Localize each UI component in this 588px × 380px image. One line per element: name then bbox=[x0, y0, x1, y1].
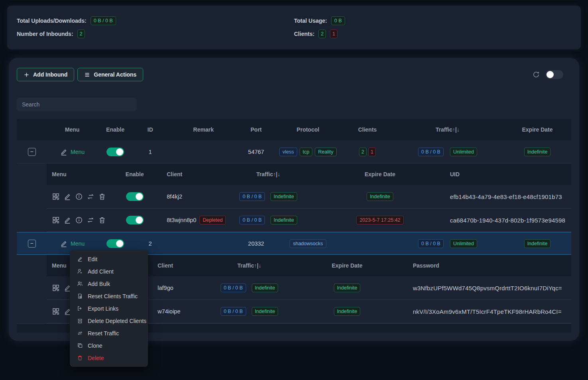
client-traffic-limit-tag: Indefinite bbox=[252, 307, 278, 316]
stat-number-of-inbounds: Number of Inbounds: 2 bbox=[17, 29, 294, 39]
traffic-limit-tag: Unlimited bbox=[450, 148, 477, 156]
toolbar: Add Inbound General Actions bbox=[17, 68, 571, 81]
dark-mode-toggle[interactable] bbox=[546, 70, 563, 79]
traffic-tag: 0 B / 0 B bbox=[418, 239, 444, 248]
client-enable-toggle[interactable] bbox=[126, 216, 144, 224]
menu-lines-icon bbox=[84, 72, 90, 78]
reset-traffic-icon[interactable] bbox=[87, 216, 95, 224]
menu-item-label: Reset Clients Traffic bbox=[88, 293, 138, 299]
header-client-enable: Enable bbox=[118, 171, 152, 177]
collapse-row-button[interactable]: − bbox=[28, 240, 36, 248]
client-traffic-tag: 0 B / 0 B bbox=[221, 307, 246, 316]
inbound-id: 2 bbox=[133, 240, 168, 247]
copy-icon bbox=[77, 343, 83, 348]
stat-total-usage: Total Usage: 0 B bbox=[294, 16, 571, 26]
refresh-icon[interactable] bbox=[532, 71, 540, 79]
inbound-menu-label: Menu bbox=[71, 240, 85, 247]
edit-icon bbox=[77, 256, 83, 262]
header-remark: Remark bbox=[168, 126, 239, 133]
export-icon bbox=[77, 305, 83, 311]
search-input[interactable] bbox=[17, 98, 136, 111]
edit-client-icon[interactable] bbox=[63, 193, 71, 201]
header-menu: Menu bbox=[47, 126, 98, 133]
menu-item-label: Export Links bbox=[88, 305, 118, 312]
info-icon[interactable] bbox=[75, 193, 83, 201]
client-name: 8f4kj2 bbox=[152, 193, 221, 200]
usage-value-tag: 0 B bbox=[331, 16, 345, 25]
clients-depleted-count-tag: 1 bbox=[368, 148, 376, 156]
qrcode-icon[interactable] bbox=[52, 216, 60, 224]
menu-item-export-links[interactable]: Export Links bbox=[70, 302, 148, 315]
inbounds-table-header: Menu Enable ID Remark Port Protocol Clie… bbox=[17, 119, 571, 140]
inbound-enable-toggle[interactable] bbox=[107, 148, 124, 156]
delete-client-icon[interactable] bbox=[98, 216, 106, 224]
qrcode-icon[interactable] bbox=[52, 193, 60, 201]
menu-item-label: Reset Traffic bbox=[88, 330, 119, 337]
menu-item-label: Add Bulk bbox=[88, 281, 110, 287]
client-traffic-tag: 0 B / 0 B bbox=[239, 216, 265, 224]
menu-item-label: Add Client bbox=[88, 268, 114, 275]
client-expire-tag: Indefinite bbox=[334, 307, 361, 316]
menu-item-label: Edit bbox=[88, 256, 97, 262]
vless-clients-header: Menu Enable Client Traffic↑|↓ Expire Dat… bbox=[47, 163, 571, 185]
qrcode-icon[interactable] bbox=[52, 284, 60, 292]
client-traffic-tag: 0 B / 0 B bbox=[221, 284, 246, 292]
inbounds-count-tag: 2 bbox=[77, 30, 85, 38]
menu-item-clone[interactable]: Clone bbox=[70, 339, 148, 352]
traffic-limit-tag: Unlimited bbox=[450, 239, 477, 248]
reset-traffic-icon[interactable] bbox=[87, 193, 95, 201]
header-id: ID bbox=[133, 126, 168, 133]
header-protocol: Protocol bbox=[273, 126, 343, 133]
header-client-expire: Expire Date bbox=[291, 262, 403, 269]
inbound-row-vless: − Menu 1 54767 vless tcp Reality 2 1 bbox=[17, 140, 571, 163]
plus-icon bbox=[24, 72, 30, 78]
client-name: 8t3wjnn8p0 bbox=[167, 217, 196, 223]
clients-label: Clients: bbox=[294, 31, 314, 37]
delete-client-icon[interactable] bbox=[98, 193, 106, 201]
header-client-traffic-sort[interactable]: Traffic↑|↓ bbox=[207, 262, 291, 269]
menu-item-reset-clients-traffic[interactable]: Reset Clients Traffic bbox=[70, 290, 148, 302]
inbound-menu-trigger[interactable]: Menu bbox=[60, 240, 85, 248]
client-password: w3NfbzUPf5WWd745Q8pvsmQrdrttT2IO6knuI7Di… bbox=[403, 285, 571, 291]
inbound-context-menu: Edit Add Client Add Bulk Reset Clients T… bbox=[70, 250, 148, 367]
menu-item-delete[interactable]: Delete bbox=[70, 352, 148, 364]
header-traffic-sort[interactable]: Traffic↑|↓ bbox=[392, 126, 503, 133]
inbound-enable-toggle[interactable] bbox=[107, 239, 124, 248]
add-inbound-button[interactable]: Add Inbound bbox=[17, 68, 74, 81]
client-traffic-limit-tag: Indefinite bbox=[252, 284, 278, 292]
inbounds-count-label: Number of Inbounds: bbox=[17, 31, 73, 37]
menu-item-delete-depleted-clients[interactable]: Delete Depleted Clients bbox=[70, 315, 148, 327]
header-expire-date: Expire Date bbox=[503, 126, 571, 133]
usage-label: Total Usage: bbox=[294, 18, 327, 24]
info-icon[interactable] bbox=[75, 216, 83, 224]
client-uid: efb14b43-4a79-4e83-ef18-e48cf1901b73 bbox=[445, 193, 571, 200]
menu-item-add-bulk[interactable]: Add Bulk bbox=[70, 278, 148, 290]
client-traffic-limit-tag: Indefinite bbox=[270, 216, 297, 224]
header-client-name: Client bbox=[148, 262, 207, 269]
general-actions-button[interactable]: General Actions bbox=[77, 68, 143, 81]
client-expire-tag: Indefinite bbox=[367, 192, 393, 201]
sync-icon bbox=[77, 330, 83, 336]
protocol-tag-vless: vless bbox=[279, 148, 297, 156]
protocol-tag-tcp: tcp bbox=[300, 148, 313, 156]
qrcode-icon[interactable] bbox=[52, 307, 60, 315]
header-port: Port bbox=[239, 126, 273, 133]
menu-item-edit[interactable]: Edit bbox=[70, 253, 148, 265]
client-password: nkV/I/3XoAm9v6xMT/T5IcrF4TpeTKF98rHARbRo… bbox=[403, 308, 571, 315]
client-row-8t3wjnn8p0: 8t3wjnn8p0 Depleted 0 B / 0 B Indefinite… bbox=[47, 209, 571, 232]
header-client-expire: Expire Date bbox=[315, 171, 445, 177]
inbound-menu-trigger[interactable]: Menu bbox=[60, 148, 85, 156]
menu-item-reset-traffic[interactable]: Reset Traffic bbox=[70, 327, 148, 339]
header-clients: Clients bbox=[343, 126, 392, 133]
expire-tag: Indefinite bbox=[524, 148, 551, 156]
menu-item-add-client[interactable]: Add Client bbox=[70, 265, 148, 278]
client-name: w74ioipe bbox=[148, 308, 207, 315]
edit-client-icon[interactable] bbox=[63, 216, 71, 224]
general-actions-label: General Actions bbox=[94, 71, 136, 78]
header-client-traffic-sort[interactable]: Traffic↑|↓ bbox=[221, 171, 315, 177]
inbound-port: 20332 bbox=[239, 240, 273, 247]
header-client-password: Password bbox=[403, 262, 571, 269]
client-enable-toggle[interactable] bbox=[126, 192, 144, 201]
collapse-row-button[interactable]: − bbox=[28, 148, 36, 156]
protocol-tag-reality: Reality bbox=[315, 148, 336, 156]
